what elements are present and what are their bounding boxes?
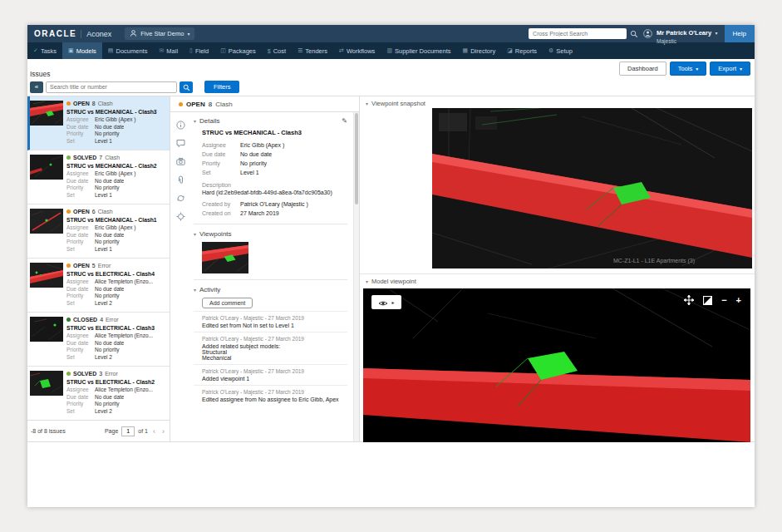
issue-assignee: Alice Templeton (Enzo... — [95, 387, 153, 394]
visibility-button[interactable]: ▸ — [371, 295, 401, 309]
pan-icon[interactable] — [684, 295, 694, 305]
issue-title: STRUC vs MECHANICAL - Clash3 — [66, 109, 168, 115]
issue-status: OPEN — [73, 263, 90, 268]
model-viewpoint-header[interactable]: ▾ Model viewpoint — [366, 278, 416, 285]
issue-due: No due date — [95, 178, 124, 185]
add-comment-button[interactable]: Add comment — [202, 298, 253, 308]
issue-type: Error — [105, 371, 118, 377]
project-name: Five Star Demo — [140, 30, 184, 37]
comment-icon[interactable] — [176, 139, 185, 148]
issue-assignee: Eric Gibb (Apex ) — [95, 116, 136, 124]
tab-setup[interactable]: ⚙Setup — [543, 42, 578, 59]
next-page-icon[interactable]: › — [160, 427, 166, 436]
tab-packages[interactable]: ◫Packages — [214, 42, 262, 59]
field-label: Set — [66, 246, 95, 254]
tab-cost[interactable]: $Cost — [262, 42, 292, 59]
tab-label: Packages — [229, 47, 256, 55]
model-viewpoint-image[interactable] — [363, 288, 750, 442]
camera-icon[interactable] — [176, 157, 185, 166]
detail-content: ▾ Details ✎ STRUC vs MECHANICAL - Clash3… — [190, 112, 353, 441]
tab-reports[interactable]: ◪Reports — [501, 42, 543, 59]
field-label: Set — [66, 300, 95, 308]
issue-card[interactable]: OPEN8Clash STRUC vs MECHANICAL - Clash3 … — [27, 96, 170, 150]
issue-card[interactable]: SOLVED7Clash STRUC vs MECHANICAL - Clash… — [27, 150, 170, 204]
activity-section-header[interactable]: ▾ Activity — [194, 286, 347, 293]
detail-set: Level 1 — [240, 168, 259, 177]
chevron-down-icon: ▾ — [716, 31, 718, 36]
issue-priority: No priority — [95, 239, 120, 246]
scrollbar-thumb[interactable] — [355, 113, 358, 204]
issue-due: No due date — [95, 394, 124, 401]
issue-thumbnail — [30, 263, 63, 288]
detail-icon-rail — [170, 112, 190, 441]
tab-models[interactable]: ▣Models — [62, 42, 102, 59]
issue-set: Level 2 — [95, 354, 112, 362]
issue-due: No due date — [95, 232, 124, 239]
help-button[interactable]: Help — [725, 25, 755, 42]
zoom-in-icon[interactable]: + — [736, 296, 741, 305]
tab-directory[interactable]: ▦Directory — [457, 42, 502, 59]
issue-status: OPEN — [73, 209, 90, 214]
tab-mail[interactable]: ✉Mail — [153, 42, 184, 59]
cross-project-search-input[interactable] — [529, 28, 627, 39]
issue-card[interactable]: OPEN6Clash STRUC vs MECHANICAL - Clash1 … — [27, 204, 170, 259]
project-selector[interactable]: Five Star Demo ▾ — [125, 27, 194, 40]
people-icon — [130, 29, 137, 39]
edit-icon[interactable]: ✎ — [342, 117, 347, 125]
contrast-icon[interactable] — [703, 296, 712, 305]
tab-field[interactable]: ▯Field — [184, 42, 214, 59]
tab-label: Workflows — [347, 47, 375, 55]
field-label: Due date — [66, 232, 95, 239]
issue-priority: No priority — [95, 347, 120, 354]
crosshair-icon[interactable] — [176, 212, 185, 221]
tab-supplier-documents[interactable]: ▥Supplier Documents — [381, 42, 456, 59]
field-label: Set — [66, 354, 95, 362]
attachment-icon[interactable] — [176, 175, 185, 185]
tab-tasks[interactable]: ✓Tasks — [27, 42, 62, 59]
prev-page-icon[interactable]: ‹ — [151, 427, 157, 436]
field-label: Set — [66, 192, 95, 200]
tab-tenders[interactable]: ☰Tenders — [292, 42, 333, 59]
viewpoints-section-header[interactable]: ▾ Viewpoints — [194, 230, 347, 238]
issue-search-input[interactable] — [46, 81, 177, 93]
tab-label: Cost — [273, 47, 286, 55]
issue-card[interactable]: CLOSED4Error STRUC vs ELECTRICAL - Clash… — [27, 313, 170, 367]
collapse-panel-button[interactable]: « — [30, 81, 43, 93]
search-icon[interactable] — [630, 30, 638, 38]
export-button[interactable]: Export▾ — [710, 62, 750, 76]
issue-assignee: Eric Gibb (Apex ) — [95, 224, 136, 232]
detail-scrollbar[interactable] — [353, 112, 359, 441]
issue-card[interactable]: SOLVED3Error STRUC vs ELECTRICAL - Clash… — [27, 367, 170, 420]
tab-workflows[interactable]: ⇄Workflows — [333, 42, 381, 59]
field-label: Due date — [66, 394, 95, 401]
product-name: Aconex — [81, 30, 111, 38]
reports-icon: ◪ — [507, 47, 513, 54]
detail-assignee: Eric Gibb (Apex ) — [240, 140, 284, 150]
dashboard-button[interactable]: Dashboard — [619, 62, 666, 76]
sync-icon[interactable] — [176, 194, 185, 203]
tab-documents[interactable]: ▤Documents — [102, 42, 154, 59]
activity-meta: Patrick O'Leary - Majestic - 27 March 20… — [202, 315, 347, 321]
field-label: Set — [66, 408, 95, 416]
zoom-out-icon[interactable]: − — [721, 296, 726, 305]
page-input[interactable] — [121, 426, 135, 436]
filters-button[interactable]: Filters — [204, 81, 239, 93]
collapse-icon: « — [35, 83, 38, 91]
issue-card[interactable]: OPEN5Error STRUC vs ELECTRICAL - Clash4 … — [27, 259, 170, 313]
desktop-background: ORACLE Aconex Five Star Demo ▾ Mr Patric… — [0, 0, 782, 532]
viewpoint-thumbnail[interactable] — [202, 242, 248, 273]
issue-priority: No priority — [95, 131, 120, 138]
info-icon[interactable] — [176, 121, 185, 130]
issue-thumbnail — [30, 209, 63, 234]
user-org: Majestic — [657, 38, 717, 44]
viewpoint-snapshot-header[interactable]: ▾ Viewpoint snapshot — [366, 100, 425, 107]
issue-priority: No priority — [95, 401, 120, 408]
details-section-header[interactable]: ▾ Details ✎ — [194, 117, 347, 125]
app-window: ORACLE Aconex Five Star Demo ▾ Mr Patric… — [27, 25, 755, 507]
tools-button[interactable]: Tools▾ — [670, 62, 707, 76]
issue-title: STRUC vs ELECTRICAL - Clash3 — [66, 325, 168, 331]
user-menu[interactable]: Mr Patrick O'Leary ▾ Majestic — [643, 23, 717, 44]
field-label: Set — [66, 138, 95, 145]
tasks-icon: ✓ — [33, 47, 38, 54]
search-button[interactable] — [180, 81, 193, 93]
